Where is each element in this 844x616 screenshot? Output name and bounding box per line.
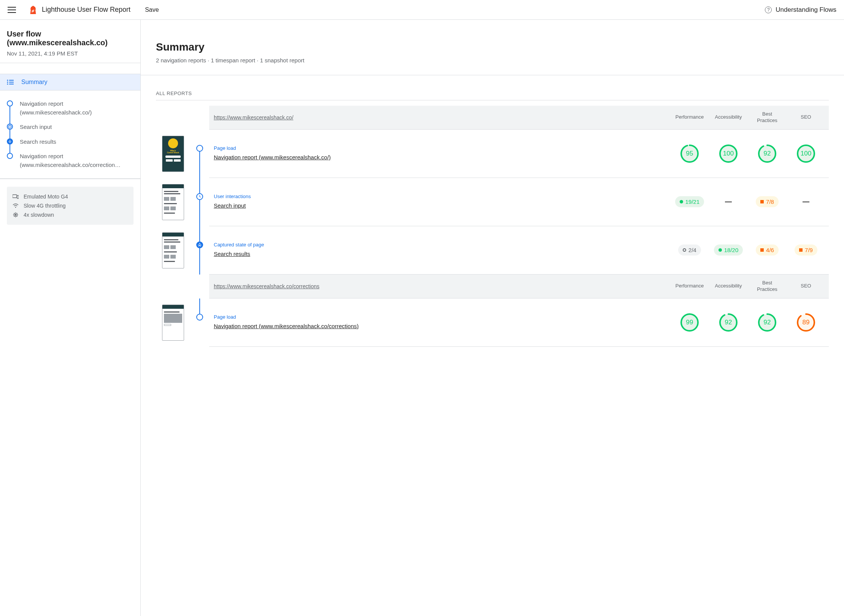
url-header-row: https://www.mikescerealshack.co/ Perform… — [209, 106, 829, 130]
timeline-navigation-icon — [196, 314, 203, 321]
report-name-link[interactable]: Search results — [214, 251, 250, 257]
sidebar-step[interactable]: Search input — [7, 120, 134, 135]
step-label: Navigation report (www.mikescerealshack.… — [20, 100, 134, 117]
metric-header: SEO — [788, 114, 824, 121]
summary-header: Summary 2 navigation reports · 1 timespa… — [141, 20, 844, 75]
score-gauge: 92 — [758, 313, 777, 332]
score-pill: 4/6 — [756, 244, 779, 256]
flow-date: Nov 11, 2021, 4:19 PM EST — [7, 50, 134, 57]
step-node-icon — [7, 138, 13, 144]
all-reports-label: ALL REPORTS — [156, 90, 829, 100]
report-row: Page load Navigation report (www.mikesce… — [209, 130, 829, 178]
score-gauge: 92 — [758, 144, 777, 163]
step-label: Navigation report (www.mikescerealshack.… — [20, 152, 134, 169]
report-name-link[interactable]: Navigation report (www.mikescerealshack.… — [214, 154, 331, 160]
metric-header: Accessibility — [710, 283, 747, 289]
report-row: Captured state of page Search results 2/… — [209, 226, 829, 275]
main-content: Summary 2 navigation reports · 1 timespa… — [141, 20, 844, 616]
score-gauge: 95 — [680, 144, 699, 163]
timeline-clock-icon — [196, 193, 203, 200]
report-kind: Captured state of page — [214, 242, 669, 248]
step-node-icon — [7, 153, 13, 159]
understanding-flows-link[interactable]: Understanding Flows — [776, 6, 836, 14]
svg-rect-8 — [13, 195, 17, 198]
environment-box: Emulated Moto G4 Slow 4G throttling 4x s… — [7, 187, 134, 225]
step-label: Search input — [20, 123, 52, 132]
env-device: Emulated Moto G4 — [12, 192, 128, 201]
step-thumbnail — [162, 232, 184, 268]
help-icon: ? — [765, 6, 772, 13]
cpu-icon — [12, 212, 19, 218]
svg-point-10 — [15, 207, 16, 208]
summary-subheading: 2 navigation reports · 1 timespan report… — [156, 57, 829, 64]
summary-label: Summary — [21, 79, 47, 86]
sidebar-header: User flow (www.mikescerealshack.co) Nov … — [0, 20, 140, 63]
score-pill: 2/4 — [678, 244, 701, 256]
nav-steps: Navigation report (www.mikescerealshack.… — [0, 90, 140, 179]
score-pill: 7/8 — [756, 196, 779, 207]
env-throttle: Slow 4G throttling — [12, 201, 128, 210]
step-thumbnail: Mike'sCereal Shack — [162, 136, 184, 172]
sidebar-step[interactable]: Navigation report (www.mikescerealshack.… — [7, 149, 134, 172]
sidebar: User flow (www.mikescerealshack.co) Nov … — [0, 20, 141, 616]
step-label: Search results — [20, 138, 56, 146]
score-gauge: 100 — [796, 144, 815, 163]
env-cpu: 4x slowdown — [12, 210, 128, 219]
step-thumbnail — [162, 305, 184, 341]
score-pill: 18/20 — [714, 244, 743, 256]
topbar: Lighthouse User Flow Report Save ? Under… — [0, 0, 844, 20]
metric-header: BestPractices — [749, 280, 785, 293]
wifi-icon — [12, 203, 19, 208]
report-name-link[interactable]: Navigation report (www.mikescerealshack.… — [214, 323, 359, 329]
report-url[interactable]: https://www.mikescerealshack.co/ — [214, 114, 669, 121]
summary-heading: Summary — [156, 41, 829, 53]
score-gauge: 89 — [796, 313, 815, 332]
timeline-navigation-icon — [196, 145, 203, 152]
svg-point-4 — [7, 83, 8, 84]
score-pill: 7/9 — [795, 244, 817, 256]
report-kind: Page load — [214, 145, 669, 151]
svg-rect-3 — [9, 82, 14, 83]
sidebar-step[interactable]: Search results — [7, 135, 134, 149]
report-kind: User interactions — [214, 194, 669, 199]
score-gauge: 92 — [719, 313, 738, 332]
svg-rect-9 — [17, 195, 19, 198]
svg-rect-1 — [9, 80, 14, 81]
lighthouse-icon — [30, 6, 37, 14]
report-url[interactable]: https://www.mikescerealshack.co/correcti… — [214, 283, 669, 289]
summary-list-icon — [7, 79, 14, 85]
page-title: Lighthouse User Flow Report — [42, 6, 130, 14]
report-row: Page load Navigation report (www.mikesce… — [209, 298, 829, 347]
devices-icon — [12, 194, 19, 199]
score-gauge: 100 — [719, 144, 738, 163]
report-row: User interactions Search input 19/21—7/8… — [209, 178, 829, 226]
hamburger-menu-icon[interactable] — [8, 7, 16, 13]
metric-header: Performance — [671, 283, 708, 289]
metric-header: SEO — [788, 283, 824, 289]
score-dash: — — [725, 198, 732, 206]
timeline-snapshot-icon — [196, 241, 203, 248]
save-button[interactable]: Save — [145, 6, 159, 13]
svg-rect-5 — [9, 84, 14, 84]
svg-point-2 — [7, 81, 8, 83]
score-dash: — — [803, 198, 809, 206]
metric-header: Performance — [671, 114, 708, 121]
flow-title: User flow (www.mikescerealshack.co) — [7, 30, 134, 47]
metric-header: BestPractices — [749, 111, 785, 124]
score-gauge: 99 — [680, 313, 699, 332]
metric-header: Accessibility — [710, 114, 747, 121]
score-pill: 19/21 — [675, 196, 704, 207]
report-name-link[interactable]: Search input — [214, 202, 246, 209]
step-node-icon — [7, 100, 13, 106]
step-node-icon — [7, 124, 13, 130]
summary-nav-item[interactable]: Summary — [0, 74, 140, 90]
step-thumbnail — [162, 184, 184, 220]
svg-rect-12 — [15, 214, 16, 216]
report-kind: Page load — [214, 314, 669, 320]
url-header-row: https://www.mikescerealshack.co/correcti… — [209, 275, 829, 298]
sidebar-step[interactable]: Navigation report (www.mikescerealshack.… — [7, 97, 134, 120]
svg-point-0 — [7, 79, 8, 81]
